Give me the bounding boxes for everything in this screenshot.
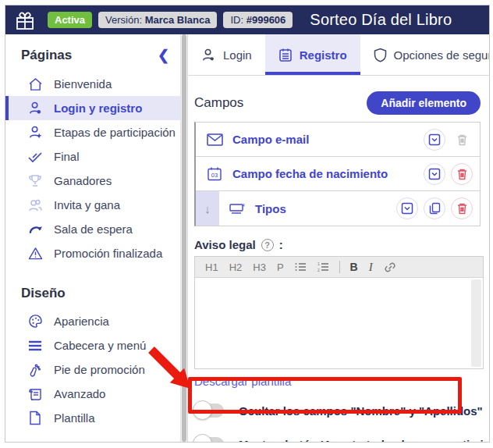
collapse-sidebar-icon[interactable]: ❮ — [158, 47, 169, 64]
scrollbar-thumb[interactable] — [182, 34, 186, 442]
tab-login[interactable]: Login — [188, 34, 265, 75]
svg-text:2: 2 — [317, 268, 320, 272]
calendar-day-text: 03 — [211, 172, 218, 179]
toggle-row-mostrar-boton: Mostrar botón 'Acepto todos los consenti… — [194, 437, 481, 442]
sidebar-item-label: Etapas de participación — [54, 126, 176, 139]
paragraph-button[interactable]: P — [273, 260, 288, 275]
sidebar-item-label: Bienvenida — [54, 77, 112, 91]
sidebar-section-design-title: Diseño — [21, 286, 66, 301]
tab-opciones-de-seguridad[interactable]: Opciones de seguridad — [360, 34, 489, 75]
toggle-knob — [193, 400, 212, 420]
field-label: Campo e-mail — [232, 133, 309, 146]
legal-text-editor: H1 H2 H3 P 12 B I — [194, 256, 484, 369]
campos-title: Campos — [194, 95, 243, 111]
screenshot: Activa Versión: Marca Blanca ID: #999606… — [0, 0, 493, 448]
field-label: Campo fecha de nacimiento — [232, 167, 388, 180]
envelope-icon — [206, 132, 223, 148]
id-label: ID: — [230, 14, 243, 26]
version-value: Marca Blanca — [145, 14, 211, 26]
sidebar-item-label: Cabecera y menú — [54, 339, 146, 352]
sidebar-item-pie-de-promocion[interactable]: Pie de promoción — [5, 357, 180, 382]
palette-icon — [27, 314, 43, 329]
aviso-legal-label: Aviso legal — [194, 238, 256, 251]
sidebar-item-sala-de-espera[interactable]: Sala de espera — [5, 217, 180, 241]
expand-field-button[interactable] — [396, 197, 418, 219]
legal-text-input[interactable] — [195, 278, 483, 368]
field-row-tipos[interactable]: ↓ 4 Tipos — [196, 191, 480, 226]
tab-registro[interactable]: Registro — [265, 34, 360, 75]
sidebar-item-label: Apariencia — [54, 315, 109, 328]
top-header-bar: Activa Versión: Marca Blanca ID: #999606… — [5, 5, 489, 34]
delete-field-button[interactable] — [451, 197, 473, 219]
users-icon — [27, 197, 43, 213]
tab-bar: Login Registro Opciones de seguridad — [188, 34, 489, 76]
mostrar-boton-toggle[interactable] — [194, 437, 224, 442]
expand-field-button[interactable] — [424, 129, 445, 151]
gift-logo-icon[interactable] — [13, 9, 37, 31]
sidebar-item-apariencia[interactable]: Apariencia — [5, 309, 180, 333]
sidebar-item-label: Promoción finalizada — [54, 247, 162, 260]
delete-field-button[interactable] — [451, 163, 473, 185]
sidebar-item-label: Invita y gana — [54, 198, 120, 212]
tab-label: Registro — [300, 48, 347, 62]
menu-lines-icon — [27, 338, 43, 354]
scroll-icon — [27, 386, 43, 402]
add-element-button[interactable]: Añadir elemento — [367, 91, 481, 115]
help-icon[interactable]: ? — [261, 239, 274, 251]
duplicate-field-button[interactable] — [424, 197, 445, 219]
gauge-icon — [27, 222, 43, 237]
sidebar-item-label: Sala de espera — [54, 222, 133, 236]
calendar-icon: 03 — [206, 166, 223, 182]
sidebar-item-cabecera-y-menu[interactable]: Cabecera y menú — [5, 333, 180, 357]
form-icon — [278, 48, 293, 62]
sidebar-item-plantilla[interactable]: Plantilla — [5, 406, 180, 430]
h3-button[interactable]: H3 — [249, 260, 270, 275]
sidebar-item-etapas[interactable]: Etapas de participación — [5, 120, 180, 144]
user-icon — [201, 48, 216, 62]
shield-icon — [374, 48, 387, 62]
toggle-row-ocultar-campos: Ocultar los campos "Nombre" y "Apellidos… — [194, 404, 481, 418]
numbered-list-icon[interactable]: 12 — [314, 261, 333, 273]
sidebar-item-final[interactable]: Final — [5, 144, 180, 169]
bullet-list-icon[interactable] — [291, 261, 310, 273]
home-icon — [27, 76, 43, 92]
field-row-fecha-nacimiento[interactable]: 03 Campo fecha de nacimiento — [196, 157, 480, 191]
toggle-label: Ocultar los campos "Nombre" y "Apellidos… — [239, 404, 483, 418]
user-login-icon — [27, 101, 43, 116]
field-label: Tipos — [255, 202, 286, 215]
version-badge: Versión: Marca Blanca — [98, 12, 217, 28]
sidebar-scrollbar[interactable] — [180, 34, 187, 442]
link-icon[interactable] — [380, 261, 400, 274]
sidebar-item-ganadores[interactable]: Ganadores — [5, 169, 180, 193]
sidebar-section-pages-title: Páginas — [21, 48, 72, 63]
h2-button[interactable]: H2 — [225, 260, 247, 275]
main-panel: Login Registro Opciones de seguridad Cam… — [187, 34, 489, 442]
download-template-link[interactable]: Descargar plantilla — [194, 375, 291, 388]
sidebar-item-promocion-finalizada[interactable]: Promoción finalizada — [5, 241, 180, 265]
id-value: #999606 — [247, 14, 286, 26]
app-window: Activa Versión: Marca Blanca ID: #999606… — [5, 5, 490, 443]
italic-button[interactable]: I — [365, 259, 377, 276]
field-row-email[interactable]: Campo e-mail — [196, 123, 480, 157]
sidebar-item-label: Plantilla — [54, 411, 95, 425]
sidebar: Páginas ❮ Bienvenida Login y registro Et… — [5, 34, 180, 442]
delete-field-button-disabled — [451, 129, 473, 151]
toggle-label: Mostrar botón 'Acepto todos los consenti… — [239, 438, 489, 443]
bold-button[interactable]: B — [346, 259, 362, 275]
sidebar-item-invita-y-gana[interactable]: Invita y gana — [5, 193, 180, 217]
sidebar-item-avanzado[interactable]: Avanzado — [5, 382, 180, 406]
drag-down-icon[interactable]: ↓ — [196, 191, 219, 226]
sidebar-item-bienvenida[interactable]: Bienvenida — [5, 72, 180, 96]
sidebar-item-label: Ganadores — [54, 174, 112, 187]
sidebar-item-login-y-registro[interactable]: Login y registro — [5, 96, 180, 120]
sidebar-item-label: Pie de promoción — [54, 363, 145, 376]
expand-field-button[interactable] — [424, 163, 445, 185]
trophy-icon — [27, 173, 43, 189]
h1-button[interactable]: H1 — [201, 260, 222, 275]
id-badge: ID: #999606 — [223, 12, 293, 28]
tab-label: Opciones de seguridad — [394, 48, 489, 62]
sidebar-item-label: Avanzado — [54, 387, 105, 400]
sidebar-item-label: Login y registro — [54, 101, 142, 115]
sidebar-item-label: Final — [54, 150, 80, 163]
ocultar-campos-toggle[interactable] — [194, 404, 224, 418]
